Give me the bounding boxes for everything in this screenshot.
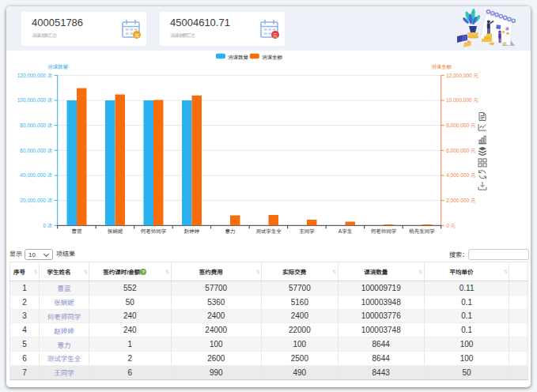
svg-text:意力: 意力 (225, 228, 236, 234)
svg-text:消课数量: 消课数量 (228, 55, 249, 60)
svg-text:A学生: A学生 (338, 228, 353, 234)
svg-text:消课金额: 消课金额 (262, 55, 283, 60)
svg-text:4,000,000 元: 4,000,000 元 (446, 172, 476, 178)
svg-text:消课数量: 消课数量 (47, 64, 69, 70)
svg-text:王同学: 王同学 (299, 228, 315, 234)
svg-text:次: 次 (134, 32, 139, 38)
svg-text:10,000,000 元: 10,000,000 元 (446, 97, 478, 103)
svg-text:何老师同学: 何老师同学 (141, 228, 167, 234)
svg-text:120,000,000 次: 120,000,000 次 (17, 73, 53, 78)
svg-text:40,000,000 次: 40,000,000 次 (20, 172, 52, 178)
svg-text:20,000,000 次: 20,000,000 次 (20, 198, 52, 203)
svg-text:2,000,000 元: 2,000,000 元 (446, 198, 476, 203)
svg-text:60,000,000 次: 60,000,000 次 (20, 148, 52, 153)
svg-text:测试学生全: 测试学生全 (255, 228, 282, 234)
svg-text:元: 元 (273, 33, 278, 38)
svg-text:8,000,000 元: 8,000,000 元 (446, 122, 476, 128)
svg-text:赵婷婷: 赵婷婷 (184, 228, 200, 234)
svg-text:消课金额: 消课金额 (431, 64, 452, 70)
svg-text:杨先生同学: 杨先生同学 (409, 228, 435, 234)
svg-text:100,000,000 次: 100,000,000 次 (17, 97, 53, 103)
svg-text:80,000,000 次: 80,000,000 次 (20, 122, 52, 128)
svg-text:6,000,000 元: 6,000,000 元 (446, 148, 476, 153)
svg-text:0 元: 0 元 (446, 223, 456, 228)
svg-text:张娴妮: 张娴妮 (108, 228, 123, 234)
svg-text:曹蓝: 曹蓝 (72, 228, 83, 234)
svg-text:何老师同学: 何老师同学 (371, 228, 397, 234)
svg-text:12,000,000 元: 12,000,000 元 (446, 73, 478, 78)
svg-text:0 次: 0 次 (43, 223, 52, 228)
